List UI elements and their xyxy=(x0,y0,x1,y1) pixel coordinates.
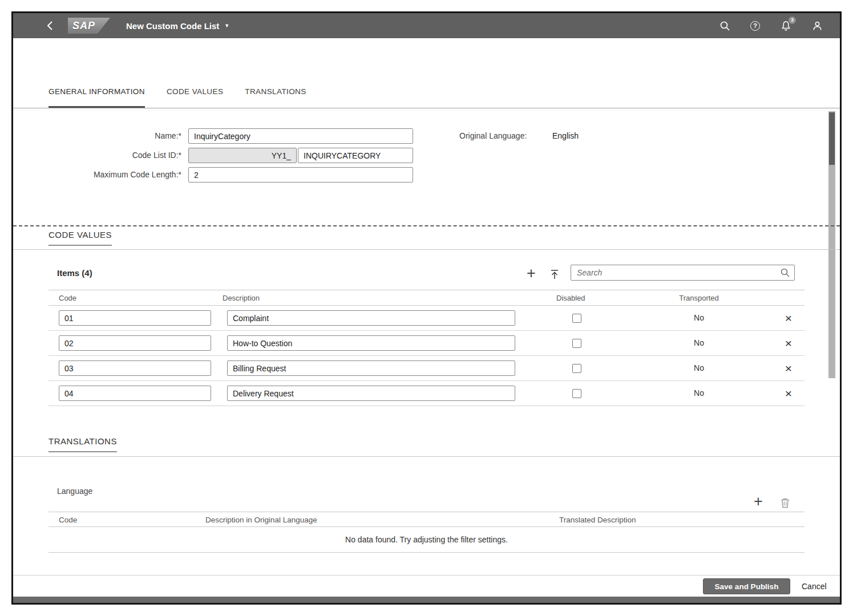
original-language-label: Original Language: xyxy=(459,128,527,144)
sap-logo: SAP xyxy=(68,18,110,34)
original-language-value: English xyxy=(552,128,579,144)
add-translation-button[interactable]: + xyxy=(751,494,766,509)
table-row: No × xyxy=(48,356,805,381)
code-input[interactable] xyxy=(59,360,211,376)
table-row: No × xyxy=(48,381,805,406)
section-dashed-divider xyxy=(13,225,840,226)
cancel-button[interactable]: Cancel xyxy=(802,578,827,594)
transported-value: No xyxy=(676,388,722,398)
plus-icon: + xyxy=(754,495,763,508)
app-window: SAP New Custom Code List ▼ ? 3 GENERAL I… xyxy=(11,11,842,605)
form-row-max-code-length: Maximum Code Length:* xyxy=(13,167,840,182)
search-icon[interactable] xyxy=(719,20,730,31)
shell-bar: SAP New Custom Code List ▼ ? 3 xyxy=(13,13,840,38)
form-row-name: Name:* Original Language: English xyxy=(13,128,840,143)
language-label: Language xyxy=(57,487,92,496)
column-header-code: Code xyxy=(59,516,77,524)
tab-translations[interactable]: TRANSLATIONS xyxy=(245,86,306,108)
column-header-disabled: Disabled xyxy=(556,294,585,302)
column-header-description-original: Description in Original Language xyxy=(205,516,317,524)
translations-section-divider xyxy=(13,456,840,457)
description-input[interactable] xyxy=(227,360,515,376)
code-list-prefix-input xyxy=(188,148,297,163)
column-header-transported: Transported xyxy=(676,294,722,302)
disabled-checkbox[interactable] xyxy=(572,339,581,348)
delete-row-icon[interactable]: × xyxy=(779,336,798,351)
notifications-bell-icon[interactable]: 3 xyxy=(780,20,791,31)
back-icon[interactable] xyxy=(45,20,56,31)
page-title-text: New Custom Code List xyxy=(126,21,219,31)
disabled-checkbox[interactable] xyxy=(572,389,581,398)
name-label: Name:* xyxy=(22,128,181,143)
shell-actions: ? 3 xyxy=(719,13,823,38)
table-row: No × xyxy=(48,306,805,331)
help-glyph: ? xyxy=(753,22,757,29)
footer-divider xyxy=(13,575,840,576)
code-values-section-title: CODE VALUES xyxy=(48,230,112,246)
tabbar-divider xyxy=(13,108,840,108)
notification-badge: 3 xyxy=(789,17,796,24)
page-title[interactable]: New Custom Code List ▼ xyxy=(126,13,229,38)
save-and-publish-button[interactable]: Save and Publish xyxy=(703,578,790,594)
max-code-length-label: Maximum Code Length:* xyxy=(22,167,181,182)
description-input[interactable] xyxy=(227,310,515,326)
help-icon[interactable]: ? xyxy=(750,21,760,31)
plus-icon: + xyxy=(527,267,536,279)
translations-table: Code Description in Original Language Tr… xyxy=(48,512,805,553)
column-header-description: Description xyxy=(223,294,260,302)
code-input[interactable] xyxy=(59,310,211,326)
transported-value: No xyxy=(676,338,722,347)
search-input[interactable] xyxy=(571,265,795,281)
code-values-table: Code Description Disabled Transported No… xyxy=(48,290,805,406)
delete-translation-icon[interactable] xyxy=(778,496,793,510)
items-count-label: Items (4) xyxy=(57,268,92,278)
add-code-value-button[interactable]: + xyxy=(524,266,539,281)
upload-icon[interactable] xyxy=(547,267,562,282)
search-field-wrap xyxy=(571,265,795,281)
delete-row-icon[interactable]: × xyxy=(779,361,798,376)
disabled-checkbox[interactable] xyxy=(572,314,581,323)
code-input[interactable] xyxy=(59,386,211,401)
description-input[interactable] xyxy=(227,335,515,351)
search-magnifier-icon[interactable] xyxy=(780,268,790,280)
code-list-id-input[interactable] xyxy=(298,148,413,163)
code-list-id-label: Code List ID:* xyxy=(22,148,181,163)
translations-section-title: TRANSLATIONS xyxy=(48,436,117,452)
form-row-code-list-id: Code List ID:* xyxy=(13,148,840,163)
empty-table-message: No data found. Try adjusting the filter … xyxy=(48,527,805,553)
description-input[interactable] xyxy=(227,386,515,401)
tab-general-information[interactable]: GENERAL INFORMATION xyxy=(48,86,145,108)
table-header-row: Code Description in Original Language Tr… xyxy=(48,512,805,527)
chevron-down-icon: ▼ xyxy=(224,23,229,29)
delete-row-icon[interactable]: × xyxy=(779,386,798,401)
transported-value: No xyxy=(676,363,722,372)
column-header-translated: Translated Description xyxy=(559,516,636,524)
code-values-section-divider xyxy=(13,249,840,250)
tab-code-values[interactable]: CODE VALUES xyxy=(167,86,223,108)
profile-icon[interactable] xyxy=(811,20,823,31)
tab-bar: GENERAL INFORMATION CODE VALUES TRANSLAT… xyxy=(48,86,306,108)
code-input[interactable] xyxy=(59,335,211,351)
sap-logo-text: SAP xyxy=(72,20,95,32)
table-row: No × xyxy=(48,331,805,356)
column-header-code: Code xyxy=(59,294,76,302)
delete-row-icon[interactable]: × xyxy=(779,311,798,326)
disabled-checkbox[interactable] xyxy=(572,364,581,373)
max-code-length-input[interactable] xyxy=(188,167,413,183)
bottom-chrome-bar xyxy=(13,597,840,603)
table-header-row: Code Description Disabled Transported xyxy=(48,290,805,306)
transported-value: No xyxy=(676,313,722,322)
name-input[interactable] xyxy=(188,128,413,144)
